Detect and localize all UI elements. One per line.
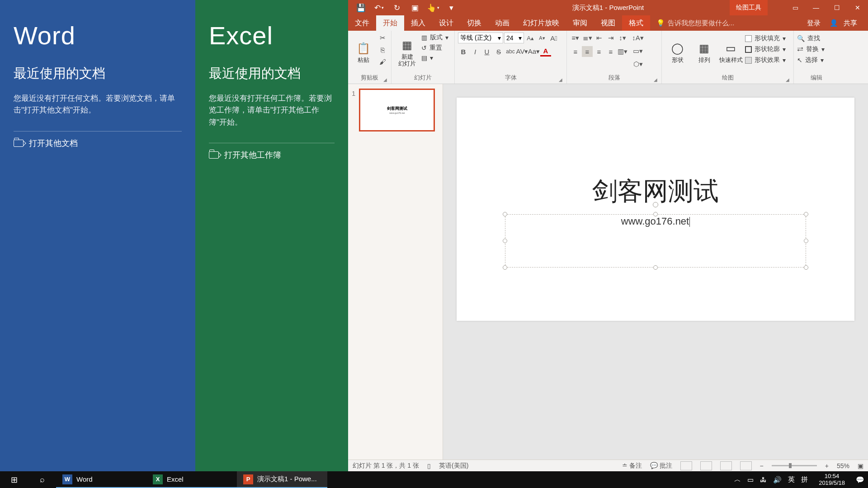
- ribbon-display-options-button[interactable]: ▭: [785, 0, 806, 15]
- touch-mode-button[interactable]: 👆▾: [425, 0, 441, 15]
- resize-handle[interactable]: [503, 265, 507, 270]
- font-name-select[interactable]: 等线 (正文)▾: [458, 33, 503, 43]
- search-button[interactable]: ⌕: [28, 471, 56, 488]
- increase-indent-button[interactable]: ⇥: [605, 33, 616, 43]
- tray-chevron-up-icon[interactable]: ︿: [734, 475, 741, 484]
- undo-button[interactable]: ↶▾: [371, 0, 387, 15]
- convert-smartart-button[interactable]: ⬡▾: [632, 59, 643, 70]
- redo-button[interactable]: ↻: [389, 0, 405, 15]
- justify-button[interactable]: ≡: [605, 46, 616, 57]
- tab-home[interactable]: 开始: [376, 15, 404, 31]
- normal-view-button[interactable]: [680, 461, 692, 470]
- maximize-button[interactable]: ☐: [826, 0, 847, 15]
- paste-button[interactable]: 📋 粘贴: [351, 33, 375, 72]
- zoom-level[interactable]: 55%: [837, 462, 849, 469]
- slideshow-view-button[interactable]: [740, 461, 752, 470]
- zoom-in-button[interactable]: +: [825, 462, 829, 469]
- tab-slideshow[interactable]: 幻灯片放映: [516, 15, 566, 31]
- align-right-button[interactable]: ≡: [594, 46, 604, 57]
- line-spacing-button[interactable]: ↕▾: [617, 33, 628, 43]
- start-button[interactable]: ⊞: [0, 471, 28, 488]
- resize-handle[interactable]: [804, 212, 808, 216]
- zoom-out-button[interactable]: −: [760, 462, 764, 469]
- clock[interactable]: 10:54 2019/5/18: [814, 473, 849, 487]
- rotate-handle[interactable]: [653, 202, 658, 207]
- resize-handle[interactable]: [503, 212, 507, 216]
- dialog-launcher-icon[interactable]: ◢: [654, 77, 657, 82]
- resize-handle[interactable]: [804, 239, 808, 243]
- slide-thumbnails-pane[interactable]: 1 剑客网测试 www.go176.net: [348, 84, 443, 460]
- font-color-button[interactable]: A: [540, 47, 551, 56]
- ime-language[interactable]: 英: [788, 475, 795, 484]
- qat-customize-button[interactable]: ▾: [443, 0, 459, 15]
- strikethrough-button[interactable]: S: [493, 46, 504, 57]
- align-left-button[interactable]: ≡: [570, 46, 581, 57]
- taskbar-word[interactable]: W Word: [56, 471, 146, 488]
- ime-mode[interactable]: 拼: [801, 475, 808, 484]
- find-button[interactable]: 🔍查找: [797, 34, 825, 42]
- tab-transitions[interactable]: 切换: [460, 15, 488, 31]
- quick-styles-button[interactable]: ▭快速样式: [718, 33, 743, 72]
- arrange-button[interactable]: ▦排列: [692, 33, 717, 72]
- text-direction-button[interactable]: ↕A▾: [632, 33, 643, 43]
- share-button[interactable]: 👤 共享: [826, 19, 864, 28]
- battery-icon[interactable]: ▭: [747, 476, 754, 484]
- bullets-button[interactable]: ≡▾: [570, 33, 581, 43]
- decrease-font-button[interactable]: A▾: [537, 33, 547, 43]
- tab-design[interactable]: 设计: [432, 15, 460, 31]
- comments-button[interactable]: 💬 批注: [650, 462, 672, 470]
- numbering-button[interactable]: ≣▾: [582, 33, 593, 43]
- resize-handle[interactable]: [653, 265, 658, 270]
- slide[interactable]: 剑客网测试 www.go176.net: [457, 98, 854, 321]
- zoom-slider[interactable]: [772, 465, 817, 466]
- notes-button[interactable]: ≐ 备注: [622, 462, 642, 470]
- open-other-documents[interactable]: 打开其他文档: [14, 131, 182, 149]
- shapes-button[interactable]: ◯形状: [665, 33, 690, 72]
- bold-button[interactable]: B: [458, 46, 469, 57]
- columns-button[interactable]: ▥▾: [617, 46, 628, 57]
- subtitle-placeholder[interactable]: www.go176.net: [505, 214, 806, 267]
- resize-handle[interactable]: [804, 265, 808, 270]
- shape-effects-button[interactable]: 形状效果 ▾: [745, 56, 786, 64]
- new-slide-button[interactable]: ▦ 新建 幻灯片: [395, 33, 420, 72]
- shape-fill-button[interactable]: 形状填充 ▾: [745, 34, 786, 42]
- tab-review[interactable]: 审阅: [566, 15, 594, 31]
- reading-view-button[interactable]: [720, 461, 732, 470]
- save-button[interactable]: 💾: [353, 0, 369, 15]
- clear-formatting-button[interactable]: A⃠: [548, 33, 559, 43]
- copy-button[interactable]: ⎘: [377, 44, 388, 55]
- layout-button[interactable]: ▥版式 ▾: [421, 33, 448, 42]
- spellcheck-icon[interactable]: ▯: [427, 462, 431, 469]
- tab-view[interactable]: 视图: [594, 15, 622, 31]
- underline-button[interactable]: U: [481, 46, 492, 57]
- taskbar-excel[interactable]: X Excel: [146, 471, 237, 488]
- dialog-launcher-icon[interactable]: ◢: [383, 77, 387, 82]
- fit-to-window-button[interactable]: ▣: [858, 462, 863, 469]
- tab-file[interactable]: 文件: [348, 15, 376, 31]
- slide-counter[interactable]: 幻灯片 第 1 张，共 1 张: [353, 462, 419, 470]
- action-center-button[interactable]: 💬: [856, 476, 864, 484]
- align-center-button[interactable]: ≡: [582, 46, 593, 57]
- italic-button[interactable]: I: [470, 46, 481, 57]
- slide-canvas[interactable]: 剑客网测试 www.go176.net: [443, 84, 868, 460]
- language-indicator[interactable]: 英语(美国): [439, 462, 468, 470]
- tab-format[interactable]: 格式: [622, 15, 650, 31]
- tab-animations[interactable]: 动画: [488, 15, 516, 31]
- subtitle-text[interactable]: www.go176.net: [621, 216, 689, 227]
- volume-icon[interactable]: 🔊: [773, 476, 782, 484]
- minimize-button[interactable]: —: [806, 0, 826, 15]
- align-text-button[interactable]: ▭▾: [632, 46, 643, 56]
- character-spacing-button[interactable]: AV▾: [517, 46, 528, 57]
- sign-in-button[interactable]: 登录: [803, 19, 824, 28]
- dialog-launcher-icon[interactable]: ◢: [786, 77, 789, 82]
- reset-button[interactable]: ↺重置: [421, 44, 448, 52]
- dialog-launcher-icon[interactable]: ◢: [559, 77, 562, 82]
- decrease-indent-button[interactable]: ⇤: [594, 33, 604, 43]
- section-button[interactable]: ▤ ▾: [421, 54, 448, 61]
- close-button[interactable]: ✕: [847, 0, 868, 15]
- tell-me-search[interactable]: 💡 告诉我您想要做什么...: [656, 19, 735, 28]
- tab-insert[interactable]: 插入: [404, 15, 432, 31]
- open-other-workbooks[interactable]: 打开其他工作簿: [209, 143, 335, 160]
- slide-sorter-view-button[interactable]: [700, 461, 712, 470]
- cut-button[interactable]: ✂: [377, 33, 388, 43]
